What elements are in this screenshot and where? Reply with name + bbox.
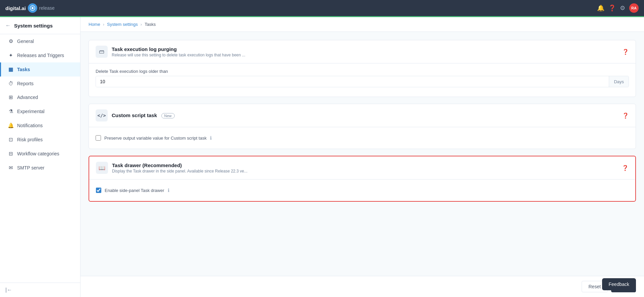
sidebar-item-reports[interactable]: ⏱ Reports	[0, 77, 80, 90]
task-purging-header: 🗃 Task execution log purging Release wil…	[89, 40, 636, 63]
sidebar-item-tasks[interactable]: ▦ Tasks	[0, 62, 80, 77]
enable-task-drawer-checkbox[interactable]	[96, 188, 101, 193]
logo: digital.ai release	[5, 3, 55, 13]
sidebar-label-tasks: Tasks	[17, 67, 30, 72]
collapse-sidebar-button[interactable]: |←	[5, 287, 12, 293]
reports-icon: ⏱	[8, 81, 14, 86]
feedback-button[interactable]: Feedback	[602, 278, 636, 290]
sidebar-bottom: |←	[0, 283, 80, 297]
sidebar-label-smtp: SMTP server	[17, 165, 44, 170]
release-text: release	[39, 5, 55, 11]
task-purging-header-left: 🗃 Task execution log purging Release wil…	[96, 46, 245, 58]
sidebar-label-risk-profiles: Risk profiles	[17, 137, 43, 142]
smtp-icon: ✉	[8, 165, 14, 171]
sidebar-label-advanced: Advanced	[17, 95, 38, 100]
custom-script-icon: </>	[96, 109, 108, 121]
task-drawer-header-left: 📖 Task drawer (Recommended) Display the …	[96, 162, 248, 174]
preserve-output-row: Preserve output variable value for Custo…	[96, 133, 629, 143]
content-scroll[interactable]: 🗃 Task execution log purging Release wil…	[80, 32, 644, 276]
sidebar-item-workflow-categories[interactable]: ⊟ Workflow categories	[0, 147, 80, 161]
release-logo-icon	[28, 3, 37, 13]
custom-script-title-group: Custom script task New	[112, 112, 175, 118]
preserve-output-checkbox[interactable]	[96, 135, 101, 141]
delete-logs-unit: Days	[609, 76, 629, 87]
task-drawer-title-group: Task drawer (Recommended) Display the Ta…	[112, 162, 248, 174]
task-drawer-info-icon[interactable]: ℹ	[168, 188, 169, 193]
delete-logs-label: Delete Task execution logs older than	[96, 69, 629, 74]
breadcrumb-current: Tasks	[145, 22, 156, 27]
custom-script-new-badge: New	[161, 113, 175, 118]
sidebar-item-smtp[interactable]: ✉ SMTP server	[0, 161, 80, 175]
notifications-icon: 🔔	[8, 122, 14, 129]
delete-logs-form-group: Delete Task execution logs older than Da…	[96, 69, 629, 87]
back-icon[interactable]: ←	[5, 22, 11, 29]
help-icon[interactable]: ❓	[608, 4, 616, 12]
custom-script-title: Custom script task	[112, 112, 157, 118]
task-drawer-subtitle: Display the Task drawer in the side pane…	[112, 169, 248, 174]
sidebar-item-experimental[interactable]: ⚗ Experimental	[0, 104, 80, 118]
sidebar-item-advanced[interactable]: ⊞ Advanced	[0, 90, 80, 104]
sidebar-item-general[interactable]: ⚙ General	[0, 34, 80, 48]
task-drawer-body: Enable side-panel Task drawer ℹ	[89, 180, 635, 201]
enable-task-drawer-row: Enable side-panel Task drawer ℹ	[96, 185, 629, 196]
tasks-icon: ▦	[8, 66, 14, 72]
task-drawer-card: 📖 Task drawer (Recommended) Display the …	[89, 156, 636, 202]
settings-icon[interactable]: ⚙	[620, 4, 625, 12]
breadcrumb: Home › System settings › Tasks	[80, 17, 644, 32]
custom-script-card: </> Custom script task New ❓ Preserve ou…	[89, 104, 636, 149]
topnav-right: 🔔 ❓ ⚙ RA	[597, 3, 639, 13]
delete-logs-input[interactable]	[96, 76, 609, 87]
task-purging-card: 🗃 Task execution log purging Release wil…	[89, 40, 636, 97]
sidebar-label-workflow: Workflow categories	[17, 151, 59, 156]
workflow-icon: ⊟	[8, 151, 14, 157]
custom-script-header: </> Custom script task New ❓	[89, 104, 636, 127]
breadcrumb-home[interactable]: Home	[89, 22, 100, 27]
sidebar: ← System settings ⚙ General ✦ Releases a…	[0, 17, 80, 297]
task-drawer-header: 📖 Task drawer (Recommended) Display the …	[89, 156, 635, 180]
advanced-icon: ⊞	[8, 94, 14, 100]
sidebar-label-notifications: Notifications	[17, 123, 43, 128]
task-purging-subtitle: Release will use this setting to delete …	[112, 53, 245, 57]
preserve-output-info-icon[interactable]: ℹ	[210, 135, 212, 141]
task-purging-title-group: Task execution log purging Release will …	[112, 46, 245, 57]
content-area: Home › System settings › Tasks 🗃 Task ex…	[80, 17, 644, 297]
task-purging-help-icon[interactable]: ❓	[622, 49, 629, 55]
task-purging-icon: 🗃	[96, 46, 108, 58]
breadcrumb-sep-1: ›	[103, 22, 104, 27]
sidebar-item-risk-profiles[interactable]: ⊡ Risk profiles	[0, 133, 80, 147]
logo-text: digital.ai	[5, 5, 26, 11]
delete-logs-input-container: Days	[96, 76, 629, 87]
bell-icon[interactable]: 🔔	[597, 4, 604, 12]
custom-script-help-icon[interactable]: ❓	[622, 112, 629, 119]
main-layout: ← System settings ⚙ General ✦ Releases a…	[0, 17, 644, 297]
svg-point-1	[32, 7, 34, 9]
sidebar-label-reports: Reports	[17, 81, 34, 86]
sidebar-item-notifications[interactable]: 🔔 Notifications	[0, 118, 80, 133]
sidebar-label-experimental: Experimental	[17, 109, 45, 114]
custom-script-header-left: </> Custom script task New	[96, 109, 175, 121]
preserve-output-label: Preserve output variable value for Custo…	[104, 136, 207, 141]
sidebar-header: ← System settings	[0, 17, 80, 34]
experimental-icon: ⚗	[8, 108, 14, 114]
custom-script-body: Preserve output variable value for Custo…	[89, 127, 636, 149]
task-drawer-help-icon[interactable]: ❓	[622, 165, 629, 171]
breadcrumb-system-settings[interactable]: System settings	[107, 22, 138, 27]
sidebar-label-releases: Releases and Triggers	[17, 53, 64, 58]
enable-task-drawer-label: Enable side-panel Task drawer	[105, 188, 164, 193]
risk-profiles-icon: ⊡	[8, 137, 14, 143]
sidebar-label-general: General	[17, 39, 34, 44]
releases-icon: ✦	[8, 52, 14, 58]
user-avatar[interactable]: RA	[629, 3, 639, 13]
breadcrumb-sep-2: ›	[141, 22, 142, 27]
sidebar-item-releases-triggers[interactable]: ✦ Releases and Triggers	[0, 48, 80, 62]
task-purging-body: Delete Task execution logs older than Da…	[89, 63, 636, 97]
sidebar-title: System settings	[14, 23, 53, 29]
task-drawer-title: Task drawer (Recommended)	[112, 162, 248, 168]
task-purging-title: Task execution log purging	[112, 46, 245, 52]
general-icon: ⚙	[8, 38, 14, 44]
topnav: digital.ai release 🔔 ❓ ⚙ RA	[0, 0, 644, 16]
task-drawer-icon: 📖	[96, 162, 108, 174]
page-footer: Reset Save	[80, 276, 644, 297]
